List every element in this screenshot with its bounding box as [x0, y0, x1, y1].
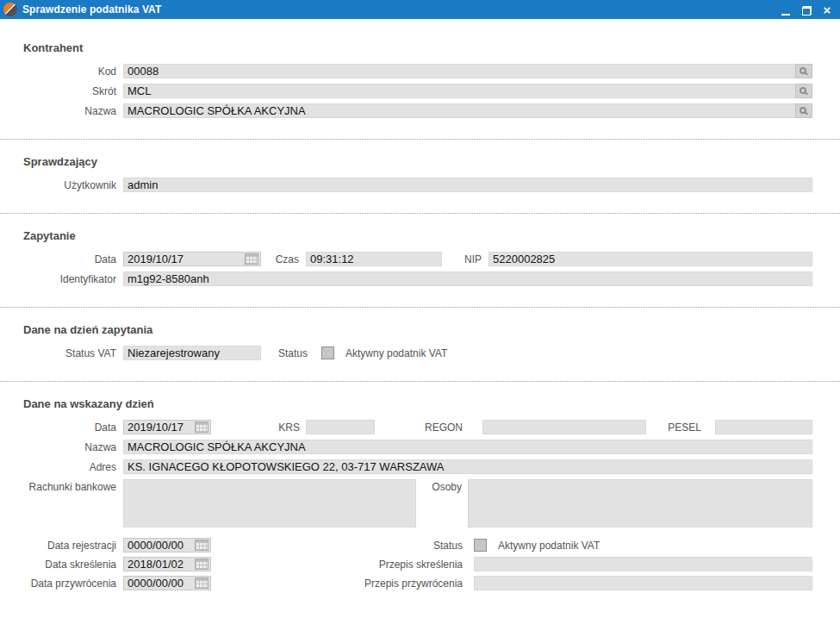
close-button[interactable]: ×	[821, 3, 833, 16]
osoby-label: Osoby	[416, 479, 468, 493]
row-rachunki-osoby: Rachunki bankowe Osoby	[23, 479, 812, 528]
search-icon	[800, 67, 806, 74]
kod-label: Kod	[23, 66, 123, 78]
row-zapytanie-data: Data Czas NIP	[23, 252, 812, 266]
row-skrot: Skrót	[23, 84, 812, 98]
restore-button[interactable]	[800, 3, 812, 16]
identyfikator-input[interactable]	[123, 272, 812, 286]
kod-field-group	[123, 64, 812, 78]
calendar-icon[interactable]	[195, 559, 208, 570]
search-icon	[800, 87, 806, 94]
status-vat-label: Status VAT	[23, 347, 123, 359]
target-date-label: Data	[23, 421, 123, 434]
przepis-przywrocenia-label: Przepis przywrócenia	[211, 577, 474, 590]
czas-input[interactable]	[306, 252, 442, 266]
nazwa-search-button[interactable]	[795, 103, 812, 118]
data-rejestracji-field	[123, 538, 211, 552]
adres-input[interactable]	[123, 459, 812, 474]
skrot-label: Skrót	[23, 85, 123, 97]
target-date-field	[123, 420, 211, 434]
section-title-dane-zapytania: Dane na dzień zapytania	[23, 323, 812, 336]
rachunki-textarea[interactable]	[123, 479, 416, 528]
query-date-input[interactable]	[126, 253, 245, 265]
app-logo-icon	[3, 3, 17, 16]
target-nazwa-label: Nazwa	[23, 441, 123, 453]
adres-label: Adres	[23, 461, 123, 473]
section-separator	[0, 307, 840, 308]
nip-label: NIP	[442, 253, 488, 265]
row-adres: Adres	[23, 459, 812, 474]
skrot-input[interactable]	[123, 84, 795, 98]
przepis-skreslenia-label: Przepis skreślenia	[211, 559, 474, 571]
regon-label: REGON	[375, 421, 482, 434]
row-uzytkownik: Użytkownik	[23, 178, 812, 192]
active-vat-checkbox-label: Aktywny podatnik VAT	[345, 347, 447, 359]
pesel-input[interactable]	[715, 420, 812, 434]
data-przywrocenia-field	[123, 576, 211, 590]
row-rejestracja-status: Data rejestracji Status Aktywny podatnik…	[23, 538, 812, 552]
close-icon: ×	[824, 4, 831, 16]
krs-label: KRS	[211, 421, 306, 434]
row-skreslenie: Data skreślenia Przepis skreślenia	[23, 557, 812, 571]
data-przywrocenia-label: Data przywrócenia	[23, 577, 123, 590]
kod-input[interactable]	[123, 64, 795, 78]
form-content: Kontrahent Kod Skrót Nazwa Sprawdzający …	[0, 19, 840, 590]
data-przywrocenia-input[interactable]	[126, 577, 195, 590]
skrot-search-button[interactable]	[795, 84, 812, 98]
query-date-field	[123, 252, 261, 266]
status-label: Status	[261, 347, 314, 359]
czas-label: Czas	[261, 253, 306, 265]
search-icon	[800, 107, 806, 114]
target-status-label: Status	[211, 540, 474, 552]
section-title-kontrahent: Kontrahent	[23, 41, 812, 54]
row-wskazany-nazwa: Nazwa	[23, 440, 812, 454]
target-active-vat-checkbox[interactable]	[474, 539, 487, 552]
kod-search-button[interactable]	[795, 64, 812, 78]
nazwa-label: Nazwa	[23, 105, 123, 117]
calendar-icon[interactable]	[195, 540, 208, 551]
window-controls: ×	[780, 3, 833, 16]
data-rejestracji-label: Data rejestracji	[23, 540, 123, 552]
target-nazwa-input[interactable]	[123, 440, 812, 454]
target-active-vat-checkbox-label: Aktywny podatnik VAT	[498, 540, 600, 552]
target-date-input[interactable]	[126, 421, 195, 434]
section-title-sprawdzajacy: Sprawdzający	[23, 155, 812, 168]
row-kod: Kod	[23, 64, 812, 78]
section-separator	[0, 381, 840, 382]
przepis-przywrocenia-input[interactable]	[474, 576, 812, 590]
rachunki-label: Rachunki bankowe	[23, 479, 123, 493]
calendar-icon[interactable]	[195, 577, 208, 589]
uzytkownik-input[interactable]	[123, 178, 812, 192]
calendar-icon[interactable]	[245, 253, 258, 265]
data-skreslenia-input[interactable]	[126, 558, 195, 571]
section-separator	[0, 213, 840, 214]
nazwa-input[interactable]	[123, 103, 795, 118]
data-rejestracji-input[interactable]	[126, 539, 195, 552]
row-identyfikator: Identyfikator	[23, 272, 812, 286]
data-skreslenia-label: Data skreślenia	[23, 559, 123, 571]
krs-input[interactable]	[306, 420, 375, 434]
window-title: Sprawdzenie podatnika VAT	[22, 3, 161, 16]
window-titlebar[interactable]: Sprawdzenie podatnika VAT ×	[0, 0, 840, 19]
section-title-dane-wskazane: Dane na wskazany dzień	[23, 397, 812, 410]
active-vat-checkbox[interactable]	[321, 346, 334, 359]
minimize-button[interactable]	[780, 3, 792, 16]
section-title-zapytanie: Zapytanie	[23, 229, 812, 242]
przepis-skreslenia-input[interactable]	[474, 557, 812, 571]
query-date-label: Data	[23, 253, 123, 265]
uzytkownik-label: Użytkownik	[23, 179, 123, 191]
calendar-icon[interactable]	[195, 421, 208, 433]
osoby-textarea[interactable]	[468, 479, 812, 528]
nip-input[interactable]	[488, 252, 812, 266]
nazwa-field-group	[123, 103, 812, 118]
row-status-vat: Status VAT Status Aktywny podatnik VAT	[23, 346, 812, 360]
restore-icon	[802, 6, 812, 16]
section-separator	[0, 139, 840, 140]
row-przywrocenie: Data przywrócenia Przepis przywrócenia	[23, 576, 812, 590]
status-vat-input[interactable]	[123, 346, 261, 360]
identyfikator-label: Identyfikator	[23, 273, 123, 285]
data-skreslenia-field	[123, 557, 211, 571]
regon-input[interactable]	[482, 420, 646, 434]
row-nazwa: Nazwa	[23, 103, 812, 118]
row-wskazany-data: Data KRS REGON PESEL	[23, 420, 812, 434]
